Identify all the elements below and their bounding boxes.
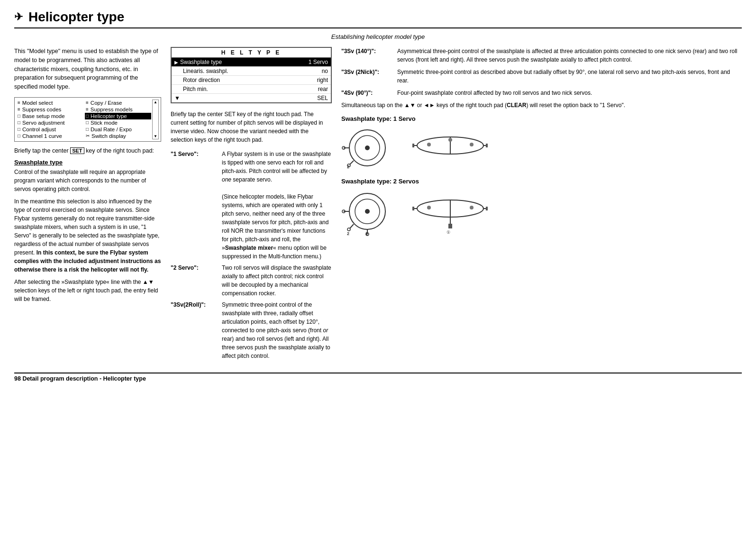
menu-icon-9: □ xyxy=(86,113,89,118)
menu-icon-10: □ xyxy=(86,120,89,125)
swashplate-1-title: Swashplate type: 1 Servo xyxy=(341,114,742,124)
swashplate-row-value: 1 Servo xyxy=(309,59,328,65)
heltype-row-pitch[interactable]: Pitch min. rear xyxy=(172,85,331,94)
page-footer: 98 Detail program description - Helicopt… xyxy=(14,373,742,382)
page-title: Helicopter type xyxy=(28,9,124,25)
swashplate-row-text: Swashplate type xyxy=(180,59,222,65)
menu-item-dual-rate[interactable]: □ Dual Rate / Expo xyxy=(85,126,151,133)
svg-line-22 xyxy=(350,224,354,228)
swashplate-1-section: Swashplate type: 1 Servo 2 xyxy=(341,114,742,169)
menu-icon-4: □ xyxy=(18,120,20,125)
svg-text:①: ① xyxy=(446,230,450,235)
menu-label-copy-erase: Copy / Erase xyxy=(91,100,122,106)
middle-column: H E L T Y P E ▶ Swashplate type 1 Servo … xyxy=(171,47,332,363)
menu-scrollbar[interactable]: ▲ ▼ xyxy=(152,100,159,139)
menu-item-suppress-codes[interactable]: ≡ Suppress codes xyxy=(17,106,83,113)
term-2-servo-desc: Two roll servos will displace the swashp… xyxy=(222,264,332,298)
heltype-row-rotor[interactable]: Rotor direction right xyxy=(172,76,331,85)
menu-item-servo-adj[interactable]: □ Servo adjustment xyxy=(17,119,83,126)
svg-rect-33 xyxy=(486,207,488,210)
swashplate-2-section: Swashplate type: 2 Servos 2 xyxy=(341,177,742,237)
term-3sv-2roll-desc: Symmetric three-point control of the swa… xyxy=(222,300,332,360)
menu-icon-3: □ xyxy=(18,113,20,118)
svg-point-2 xyxy=(365,146,370,150)
term-2-servo: "2 Servo": Two roll servos will displace… xyxy=(171,264,332,298)
menu-icon-8: ≡ xyxy=(86,107,89,112)
heltype-sel: SEL xyxy=(317,95,328,101)
linearis-label: Linearis. swashpl. xyxy=(174,68,228,74)
menu-label-channel-curve: Channel 1 curve xyxy=(22,133,62,139)
clear-note: Simultaneous tap on the ▲▼ or ◄► keys of… xyxy=(341,101,742,109)
rotor-label: Rotor direction xyxy=(174,77,220,83)
svg-rect-37 xyxy=(448,224,452,228)
pitch-value: rear xyxy=(318,86,328,92)
swashplate-1-diagram-left: 2 xyxy=(341,127,403,169)
svg-rect-31 xyxy=(412,207,414,210)
heltype-title: H E L T Y P E xyxy=(172,48,331,58)
term-1-servo-label: "1 Servo": xyxy=(171,150,218,261)
svg-point-23 xyxy=(347,228,350,231)
rotor-value: right xyxy=(317,77,328,83)
menu-label-control-adj: Control adjust xyxy=(22,127,56,132)
term-3sv-2nick-label: "3Sv (2Nick)": xyxy=(341,68,393,85)
scroll-down-arrow[interactable]: ▼ xyxy=(154,135,157,138)
term-3sv-2roll-label: "3Sv(2Roll)": xyxy=(171,300,218,360)
swashplate-type-title: Swashplate type xyxy=(14,159,161,166)
menu-item-helicopter-type[interactable]: □ Helicopter type xyxy=(85,113,151,119)
swashplate-2-diagrams: 2 1 xyxy=(341,189,742,236)
menu-item-base-setup[interactable]: □ Base setup mode xyxy=(17,113,83,119)
menu-icon-5: □ xyxy=(18,127,20,132)
menu-icon-6: □ xyxy=(18,133,20,138)
menu-item-control-adj[interactable]: □ Control adjust xyxy=(17,126,83,133)
scroll-up-arrow[interactable]: ▲ xyxy=(154,100,157,104)
menu-icon-2: ≡ xyxy=(18,107,20,112)
svg-point-34 xyxy=(427,206,431,209)
heltype-down-arrow: ▼ xyxy=(174,95,180,101)
swashplate-para2: In the meantime this selection is also i… xyxy=(14,197,161,274)
left-column: This "Model type" menu is used to establ… xyxy=(14,47,161,363)
menu-box: ≡ Model select ≡ Suppress codes □ Base s… xyxy=(14,97,161,142)
heltype-row-linearis[interactable]: Linearis. swashpl. no xyxy=(172,67,331,76)
term-3sv-140: "3Sv (140°)": Asymmetrical three-point c… xyxy=(341,47,742,64)
right-column: "3Sv (140°)": Asymmetrical three-point c… xyxy=(341,47,742,363)
menu-item-channel-curve[interactable]: □ Channel 1 curve xyxy=(17,133,83,139)
swashplate-label: ▶ Swashplate type xyxy=(174,59,222,65)
page-header: ✈ Helicopter type xyxy=(14,9,742,28)
set-key: SET xyxy=(70,147,84,154)
menu-icon-12: ✂ xyxy=(86,133,90,138)
menu-col2: ≡ Copy / Erase ≡ Suppress models □ Helic… xyxy=(85,100,151,139)
term-3sv-140-label: "3Sv (140°)": xyxy=(341,47,393,64)
menu-item-model-select[interactable]: ≡ Model select xyxy=(17,100,83,106)
pitch-label: Pitch min. xyxy=(174,86,208,92)
menu-label-stick-mode: Stick mode xyxy=(91,120,118,126)
term-4sv-90-label: "4Sv (90°)": xyxy=(341,89,393,97)
swashplate-1-diagram-right xyxy=(412,127,488,169)
heltype-arrow-row: ▼ SEL xyxy=(172,94,331,102)
term-3sv-2roll: "3Sv(2Roll)": Symmetric three-point cont… xyxy=(171,300,332,360)
menu-item-suppress-models[interactable]: ≡ Suppress models xyxy=(85,106,151,113)
swashplate-para1: Control of the swashplate will require a… xyxy=(14,168,161,193)
swashplate-2-title: Swashplate type: 2 Servos xyxy=(341,177,742,186)
intro-text: This "Model type" menu is used to establ… xyxy=(14,47,161,91)
menu-col1: ≡ Model select ≡ Suppress codes □ Base s… xyxy=(17,100,83,139)
menu-label-suppress-models: Suppress models xyxy=(91,107,133,112)
menu-item-stick-mode[interactable]: □ Stick mode xyxy=(85,119,151,126)
term-3sv-2nick-desc: Symmetric three-point control as describ… xyxy=(397,68,742,85)
term-1-servo-desc: A Flybar system is in use or the swashpl… xyxy=(222,150,332,261)
arrow-right-icon: ▶ xyxy=(174,60,178,65)
menu-label-helicopter-type: Helicopter type xyxy=(91,113,127,119)
term-4sv-90: "4Sv (90°)": Four-point swashplate contr… xyxy=(341,89,742,97)
swashplate-2-diagram-right: ① xyxy=(412,189,488,236)
menu-item-switch-display[interactable]: ✂ Switch display xyxy=(85,133,151,139)
term-4sv-90-desc: Four-point swashplate control affected b… xyxy=(397,89,742,97)
menu-item-copy-erase[interactable]: ≡ Copy / Erase xyxy=(85,100,151,106)
menu-grid: ≡ Model select ≡ Suppress codes □ Base s… xyxy=(17,100,151,139)
svg-line-5 xyxy=(350,161,354,164)
svg-point-15 xyxy=(470,143,474,146)
menu-icon-11: □ xyxy=(86,127,89,132)
menu-icon-1: ≡ xyxy=(18,100,20,105)
heltype-row-swashplate[interactable]: ▶ Swashplate type 1 Servo xyxy=(172,58,331,67)
svg-rect-11 xyxy=(412,144,414,147)
svg-point-14 xyxy=(427,143,431,146)
svg-text:2: 2 xyxy=(347,164,349,169)
